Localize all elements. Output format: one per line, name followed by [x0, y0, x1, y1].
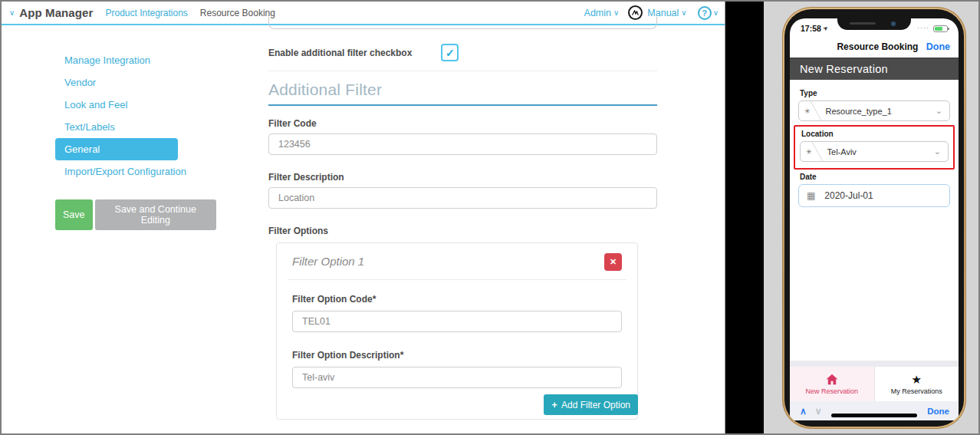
chevron-down-icon[interactable]: ∨	[9, 9, 15, 17]
sidebar: Manage Integration Vendor Look and Feel …	[55, 49, 216, 230]
filter-option-card: Filter Option 1 ✕ Filter Option Code* Fi…	[276, 242, 638, 420]
type-value: Resource_type_1	[826, 107, 892, 116]
signal-dots-icon: ····	[917, 27, 929, 30]
spacer	[790, 80, 959, 87]
enable-filter-label: Enable additional filter checkbox	[268, 48, 412, 58]
chevron-down-icon[interactable]: ∨	[713, 9, 719, 17]
filter-option-card-header: Filter Option 1 ✕	[292, 253, 622, 271]
location-highlight-box: Location ✳ Tel-Aviv ⌄	[794, 125, 955, 170]
chevron-down-icon: ⌄	[936, 107, 942, 115]
sidebar-item-general[interactable]: General	[55, 138, 178, 160]
caret-up-icon[interactable]: ∧	[800, 406, 807, 417]
time-text: 17:58	[801, 24, 821, 33]
date-label: Date	[800, 173, 950, 181]
filter-option-description-label: Filter Option Description*	[292, 350, 622, 361]
filter-options-label: Filter Options	[268, 226, 328, 236]
nav-product-integrations[interactable]: Product Integrations	[105, 8, 187, 18]
new-reservation-header: New Reservation	[790, 58, 959, 80]
divider	[288, 279, 626, 280]
filter-code-label: Filter Code	[268, 118, 317, 129]
sidebar-item-manage-integration[interactable]: Manage Integration	[55, 49, 216, 71]
phone-frame: 17:58 ➤ ···· Resource Booking Done New R…	[782, 7, 966, 429]
reservation-form: Type ✳ Resource_type_1 ⌄ Location ✳	[790, 87, 959, 207]
save-and-continue-button[interactable]: Save and Continue Editing	[95, 199, 217, 230]
sidebar-item-vendor[interactable]: Vendor	[55, 71, 216, 94]
tab-new-reservation-label: New Reservation	[805, 387, 858, 395]
phone-screen: 17:58 ➤ ···· Resource Booking Done New R…	[790, 18, 959, 420]
sidebar-item-text-labels[interactable]: Text/Labels	[55, 116, 216, 138]
heading-underline	[268, 104, 657, 106]
camera-dot	[891, 21, 896, 26]
tab-bar-shadow	[790, 361, 959, 367]
truncated-input-field[interactable]	[268, 17, 657, 29]
topbar-left: ∨ App Manager Product Integrations Resou…	[9, 6, 275, 19]
app-title: App Manager	[19, 6, 93, 19]
phone-notch	[837, 18, 911, 30]
additional-filter-heading: Additional Filter	[268, 81, 382, 99]
accessory-done-button[interactable]: Done	[927, 407, 949, 416]
panel-separator	[725, 2, 764, 433]
sidebar-item-look-and-feel[interactable]: Look and Feel	[55, 94, 216, 116]
fold-decoration	[811, 101, 821, 120]
chevron-down-icon: ∨	[681, 9, 686, 17]
status-time: 17:58 ➤	[801, 24, 828, 33]
enable-filter-row: Enable additional filter checkbox ✓	[268, 44, 459, 61]
screenshot-root: ∨ App Manager Product Integrations Resou…	[0, 0, 980, 435]
home-indicator[interactable]	[831, 414, 917, 417]
phone-tab-bar: New Reservation ★ My Reservations	[790, 367, 959, 401]
home-icon	[826, 374, 838, 385]
filter-option-description-input[interactable]	[292, 367, 622, 388]
phone-bezel: 17:58 ➤ ···· Resource Booking Done New R…	[784, 9, 964, 427]
divider	[268, 71, 657, 71]
keyboard-accessory-bar: ∧ ∨ Done	[790, 401, 959, 420]
type-label: Type	[800, 89, 950, 97]
enable-filter-checkbox[interactable]: ✓	[441, 44, 459, 61]
caret-down-icon[interactable]: ∨	[815, 406, 822, 417]
speaker-slot	[850, 22, 876, 25]
date-field[interactable]: ▦ 2020-Jul-01	[798, 184, 950, 207]
plus-icon: +	[551, 399, 557, 410]
app-manager-window: ∨ App Manager Product Integrations Resou…	[2, 2, 725, 433]
asterisk-icon: ✳	[804, 107, 811, 115]
filter-option-title: Filter Option 1	[292, 253, 364, 268]
asterisk-icon: ✳	[806, 148, 812, 156]
phone-nav-title: Resource Booking	[837, 41, 918, 52]
status-right: ····	[917, 25, 948, 32]
phone-navbar: Resource Booking Done	[790, 36, 959, 58]
phone-nav-done-button[interactable]: Done	[926, 41, 950, 52]
sidebar-item-import-export[interactable]: Import/Export Configuration	[55, 160, 216, 183]
date-value: 2020-Jul-01	[824, 190, 873, 201]
filter-code-input[interactable]	[268, 133, 657, 155]
type-select[interactable]: ✳ Resource_type_1 ⌄	[798, 101, 950, 121]
sidebar-buttons: Save Save and Continue Editing	[55, 199, 216, 230]
phone-preview-panel: 17:58 ➤ ···· Resource Booking Done New R…	[764, 2, 978, 433]
tab-my-reservations-label: My Reservations	[891, 387, 942, 395]
tab-my-reservations[interactable]: ★ My Reservations	[874, 367, 959, 401]
add-filter-option-label: Add Filter Option	[561, 400, 630, 410]
star-icon: ★	[912, 374, 922, 385]
nav-resource-booking[interactable]: Resource Booking	[200, 8, 275, 18]
remove-option-button[interactable]: ✕	[604, 253, 622, 271]
filter-description-input[interactable]	[268, 187, 657, 209]
chevron-down-icon: ⌄	[934, 147, 941, 156]
filter-option-code-label: Filter Option Code*	[292, 294, 622, 305]
battery-icon	[933, 25, 948, 32]
location-value: Tel-Aviv	[827, 147, 857, 157]
add-filter-option-button[interactable]: + Add Filter Option	[544, 394, 638, 415]
fold-decoration	[812, 142, 823, 161]
save-button[interactable]: Save	[55, 199, 93, 230]
location-arrow-icon: ➤	[822, 25, 830, 32]
tab-new-reservation[interactable]: New Reservation	[790, 367, 874, 401]
filter-description-label: Filter Description	[268, 172, 344, 183]
filter-option-code-input[interactable]	[292, 311, 622, 332]
help-icon[interactable]: ?	[698, 6, 712, 20]
calendar-icon: ▦	[807, 190, 815, 201]
location-label: Location	[801, 130, 949, 138]
spacer	[790, 207, 959, 361]
general-settings-form: Enable additional filter checkbox ✓ Addi…	[268, 2, 657, 433]
location-select[interactable]: ✳ Tel-Aviv ⌄	[800, 141, 949, 162]
